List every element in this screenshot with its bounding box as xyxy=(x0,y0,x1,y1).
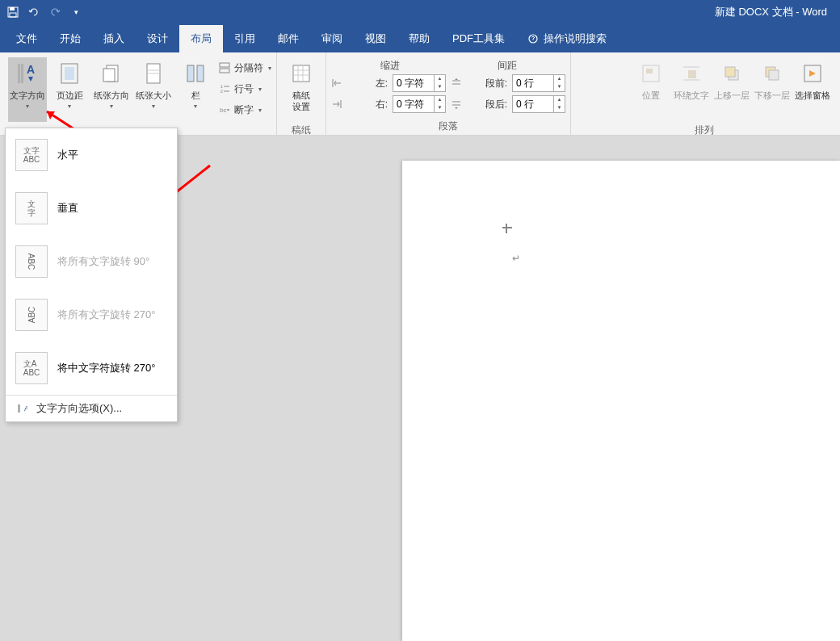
columns-button[interactable]: 栏 ▾ xyxy=(176,57,215,122)
group-page-setup: A 文字方向 ▾ 页边距 ▾ 纸张方向 ▾ 纸张大小 ▾ 栏 xyxy=(3,52,277,135)
dd-rotate-90: ABC 将所有文字旋转 90° xyxy=(6,235,177,288)
tab-layout[interactable]: 布局 xyxy=(179,25,223,52)
ribbon-content: A 文字方向 ▾ 页边距 ▾ 纸张方向 ▾ 纸张大小 ▾ 栏 xyxy=(0,52,840,136)
spinner-down-icon[interactable]: ▼ xyxy=(553,83,565,91)
spacing-before-input[interactable] xyxy=(513,78,553,89)
tab-home[interactable]: 开始 xyxy=(48,25,92,52)
breaks-button[interactable]: 分隔符 ▾ xyxy=(218,59,271,77)
group-arrange: 位置 环绕文字 上移一层 下移一层 选择窗格 排列 xyxy=(571,52,837,135)
spacing-header: 间距 xyxy=(448,59,565,73)
qat-customize-icon[interactable]: ▾ xyxy=(69,6,82,19)
tab-references[interactable]: 引用 xyxy=(223,25,267,52)
manuscript-button[interactable]: 稿纸设置 xyxy=(282,57,321,122)
indent-header: 缩进 xyxy=(331,59,448,73)
group-paragraph: 缩进 间距 左: ▲▼ 段前: ▲▼ xyxy=(326,52,571,135)
dd-rotate-cjk-270[interactable]: 文A ABC 将中文字符旋转 270° xyxy=(6,341,177,395)
hyphenation-button[interactable]: bc 断字 ▾ xyxy=(218,101,271,119)
indent-right-input[interactable] xyxy=(393,98,434,110)
dd-horizontal[interactable]: 文字 ABC 水平 xyxy=(6,128,177,182)
line-numbers-icon: 12 xyxy=(218,82,231,95)
tab-view[interactable]: 视图 xyxy=(354,25,397,52)
indent-left-input[interactable] xyxy=(393,78,434,89)
wrap-text-button[interactable]: 环绕文字 xyxy=(672,57,711,122)
tab-review[interactable]: 审阅 xyxy=(310,25,354,52)
text-direction-dropdown: 文字 ABC 水平 文 字 垂直 ABC 将所有文字旋转 90° ABC 将所有… xyxy=(5,128,178,422)
svg-rect-35 xyxy=(688,70,696,78)
text-direction-button[interactable]: A 文字方向 ▾ xyxy=(8,57,47,122)
indent-right-spinner[interactable]: ▲▼ xyxy=(393,95,446,113)
dd-options[interactable]: A 文字方向选项(X)... xyxy=(6,396,177,421)
spinner-down-icon[interactable]: ▼ xyxy=(434,104,445,112)
group-paragraph-label: 段落 xyxy=(331,118,565,135)
redo-icon[interactable] xyxy=(48,6,61,19)
spinner-up-icon[interactable]: ▲ xyxy=(553,75,565,83)
svg-rect-4 xyxy=(18,64,20,83)
save-icon[interactable] xyxy=(6,6,19,19)
document-page[interactable]: ↵ xyxy=(402,161,840,641)
line-numbers-button[interactable]: 12 行号 ▾ xyxy=(218,80,271,98)
svg-rect-15 xyxy=(197,65,204,82)
svg-rect-16 xyxy=(220,63,229,67)
svg-text:A: A xyxy=(27,63,35,76)
size-button[interactable]: 纸张大小 ▾ xyxy=(134,57,173,122)
indent-right-icon xyxy=(331,98,342,110)
spacing-after-spinner[interactable]: ▲▼ xyxy=(512,95,565,113)
send-backward-button[interactable]: 下移一层 xyxy=(753,57,792,122)
tab-file[interactable]: 文件 xyxy=(5,25,48,52)
chevron-down-icon: ▾ xyxy=(194,103,197,110)
tab-insert[interactable]: 插入 xyxy=(92,25,136,52)
svg-rect-17 xyxy=(220,69,229,73)
chevron-down-icon: ▾ xyxy=(26,103,29,110)
group-manuscript-label: 稿纸 xyxy=(282,122,321,139)
chevron-down-icon: ▾ xyxy=(152,103,155,110)
svg-rect-41 xyxy=(769,70,779,80)
spacing-before-spinner[interactable]: ▲▼ xyxy=(512,74,565,92)
spacing-before-label: 段前: xyxy=(467,77,507,90)
undo-icon[interactable] xyxy=(27,6,40,19)
svg-rect-10 xyxy=(103,69,115,82)
spinner-up-icon[interactable]: ▲ xyxy=(434,75,445,83)
tab-mailings[interactable]: 邮件 xyxy=(267,25,310,52)
chevron-down-icon: ▾ xyxy=(68,103,71,110)
paragraph-mark: ↵ xyxy=(512,253,520,264)
bring-forward-button[interactable]: 上移一层 xyxy=(712,57,751,122)
group-arrange-label: 排列 xyxy=(576,122,832,139)
svg-text:bc: bc xyxy=(220,107,226,114)
svg-rect-39 xyxy=(725,67,735,77)
svg-rect-34 xyxy=(646,69,653,73)
spinner-down-icon[interactable]: ▼ xyxy=(553,104,565,112)
tell-me-search[interactable]: 操作说明搜索 xyxy=(516,25,618,52)
hyphenation-icon: bc xyxy=(218,103,231,116)
spinner-down-icon[interactable]: ▼ xyxy=(434,83,445,91)
tab-help[interactable]: 帮助 xyxy=(397,25,441,52)
spacing-after-label: 段后: xyxy=(467,98,507,111)
spacing-before-icon xyxy=(451,78,462,89)
svg-text:2: 2 xyxy=(220,89,223,94)
spinner-up-icon[interactable]: ▲ xyxy=(434,96,445,104)
rotate-cjk-icon: 文A ABC xyxy=(15,352,48,384)
tab-pdf[interactable]: PDF工具集 xyxy=(441,25,516,52)
selection-pane-button[interactable]: 选择窗格 xyxy=(793,57,832,122)
svg-rect-43 xyxy=(18,404,20,413)
options-icon: A xyxy=(15,402,28,415)
dd-vertical[interactable]: 文 字 垂直 xyxy=(6,182,177,235)
spacing-after-icon xyxy=(451,98,462,110)
svg-rect-1 xyxy=(10,7,15,10)
dd-rotate-270: ABC 将所有文字旋转 270° xyxy=(6,288,177,341)
tell-me-label: 操作说明搜索 xyxy=(544,31,607,46)
rotate-270-icon: ABC xyxy=(15,299,48,331)
svg-rect-5 xyxy=(21,64,23,83)
indent-left-spinner[interactable]: ▲▼ xyxy=(393,74,446,92)
svg-text:A: A xyxy=(24,404,27,413)
orientation-button[interactable]: 纸张方向 ▾ xyxy=(92,57,131,122)
group-manuscript: 稿纸设置 稿纸 xyxy=(277,52,326,135)
position-button[interactable]: 位置 xyxy=(632,57,670,122)
svg-rect-24 xyxy=(293,65,309,82)
margins-button[interactable]: 页边距 ▾ xyxy=(50,57,89,122)
indent-right-label: 右: xyxy=(347,98,388,111)
window-title: 新建 DOCX 文档 - Word xyxy=(715,5,827,19)
vertical-icon: 文 字 xyxy=(15,192,48,224)
spacing-after-input[interactable] xyxy=(513,98,553,110)
spinner-up-icon[interactable]: ▲ xyxy=(553,96,565,104)
tab-design[interactable]: 设计 xyxy=(136,25,179,52)
